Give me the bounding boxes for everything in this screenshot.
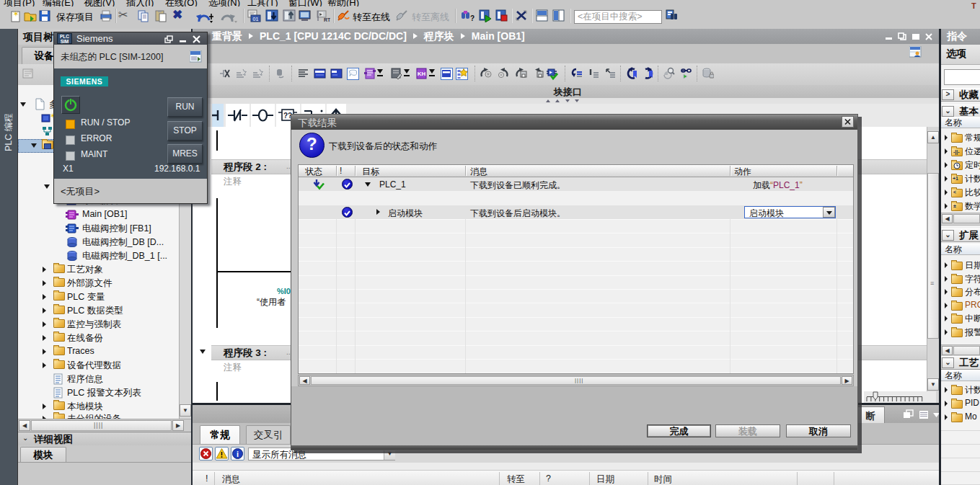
svg-text:i: i (237, 450, 239, 458)
svg-text:✶: ✶ (12, 9, 19, 18)
svg-text:RT: RT (324, 17, 330, 22)
svg-text:01: 01 (253, 17, 259, 22)
svg-text:KH: KH (418, 71, 426, 77)
svg-text:?: ? (470, 14, 474, 22)
